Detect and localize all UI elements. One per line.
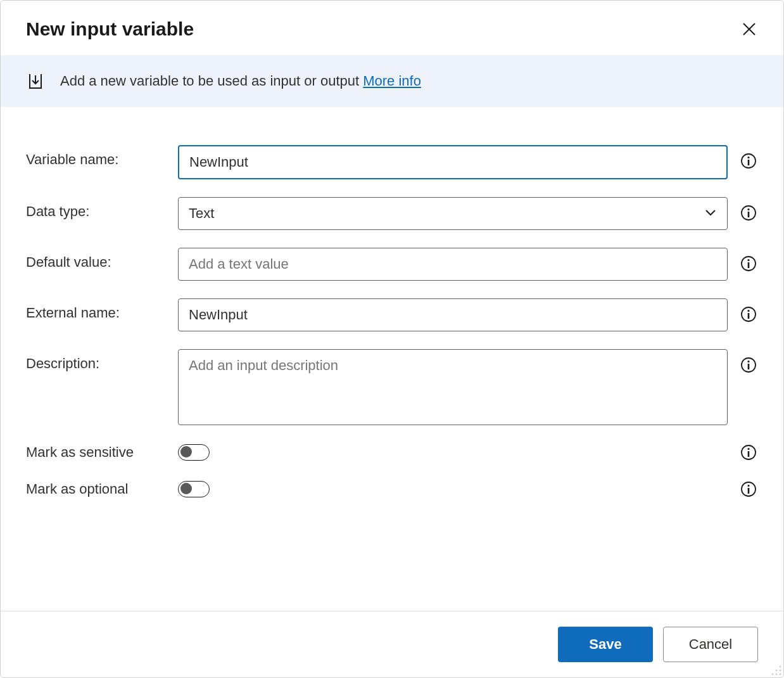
svg-rect-14 (748, 313, 750, 319)
dialog-title: New input variable (26, 18, 194, 40)
row-default-value: Default value: (26, 248, 758, 281)
svg-rect-8 (748, 212, 750, 217)
info-icon (740, 306, 757, 323)
external-name-input[interactable] (178, 298, 728, 331)
svg-point-10 (747, 259, 749, 261)
label-data-type: Data type: (26, 197, 165, 220)
more-info-link[interactable]: More info (363, 73, 421, 89)
svg-point-16 (747, 361, 749, 362)
row-description: Description: (26, 349, 758, 425)
close-button[interactable] (740, 20, 758, 38)
row-mark-optional: Mark as optional (26, 480, 758, 499)
svg-point-24 (780, 666, 781, 668)
info-icon (740, 205, 757, 221)
mark-optional-toggle[interactable] (178, 481, 210, 497)
svg-point-29 (772, 674, 774, 675)
svg-rect-23 (748, 488, 750, 494)
svg-point-27 (780, 674, 781, 675)
svg-point-26 (776, 670, 778, 672)
banner-text: Add a new variable to be used as input o… (60, 73, 421, 89)
label-mark-optional: Mark as optional (26, 481, 165, 497)
svg-rect-11 (748, 262, 750, 268)
info-icon (740, 444, 757, 461)
row-data-type: Data type: Text (26, 197, 758, 230)
close-icon (742, 22, 756, 36)
svg-point-13 (747, 310, 749, 312)
info-icon-mark-sensitive[interactable] (739, 443, 758, 462)
variable-name-input[interactable] (178, 145, 728, 179)
label-mark-sensitive: Mark as sensitive (26, 444, 165, 461)
info-icon-mark-optional[interactable] (739, 480, 758, 499)
description-input[interactable] (178, 349, 728, 425)
mark-sensitive-toggle[interactable] (178, 444, 210, 461)
svg-point-19 (747, 448, 749, 450)
svg-point-22 (747, 485, 749, 487)
row-variable-name: Variable name: (26, 145, 758, 179)
data-type-select[interactable]: Text (178, 197, 728, 230)
info-icon-external-name[interactable] (739, 305, 758, 324)
info-icon (740, 481, 757, 497)
info-icon (740, 255, 757, 272)
svg-point-25 (780, 670, 781, 672)
form-area: Variable name: Data type: Text (1, 107, 783, 611)
resize-grip-icon[interactable] (771, 665, 782, 676)
default-value-input[interactable] (178, 248, 728, 281)
row-external-name: External name: (26, 298, 758, 331)
save-button[interactable]: Save (558, 627, 653, 662)
toggle-knob (180, 446, 192, 457)
label-description: Description: (26, 349, 165, 372)
dialog-header: New input variable (1, 1, 783, 55)
svg-point-7 (747, 208, 749, 210)
toggle-knob (180, 483, 192, 494)
cancel-button[interactable]: Cancel (663, 627, 758, 662)
input-var-icon (26, 72, 45, 91)
info-icon (740, 357, 757, 373)
svg-point-28 (776, 674, 778, 675)
svg-point-4 (747, 157, 749, 158)
info-banner: Add a new variable to be used as input o… (1, 55, 783, 107)
info-icon-description[interactable] (739, 355, 758, 374)
label-external-name: External name: (26, 298, 165, 321)
dialog-footer: Save Cancel (1, 611, 783, 677)
row-mark-sensitive: Mark as sensitive (26, 443, 758, 462)
banner-message: Add a new variable to be used as input o… (60, 73, 363, 89)
svg-rect-17 (748, 364, 750, 369)
info-icon-variable-name[interactable] (739, 151, 758, 170)
svg-rect-20 (748, 451, 750, 457)
info-icon (740, 153, 757, 169)
label-default-value: Default value: (26, 248, 165, 271)
info-icon-data-type[interactable] (739, 203, 758, 222)
svg-rect-5 (748, 160, 750, 165)
label-variable-name: Variable name: (26, 145, 165, 168)
info-icon-default-value[interactable] (739, 254, 758, 273)
